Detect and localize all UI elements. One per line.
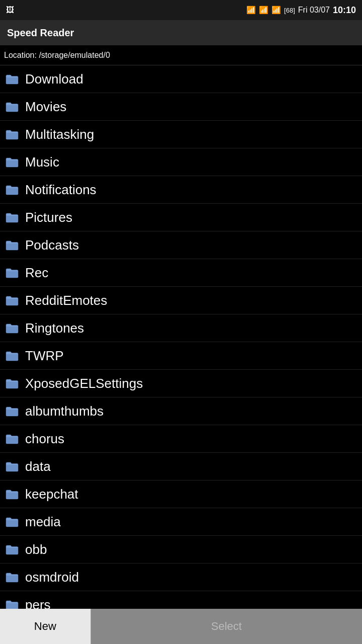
file-name-label: Rec xyxy=(25,265,48,281)
file-list[interactable]: Download Movies Multitasking Music Notif… xyxy=(0,65,362,609)
file-name-label: Pictures xyxy=(25,210,72,225)
list-item[interactable]: Movies xyxy=(0,93,362,121)
list-item[interactable]: XposedGELSettings xyxy=(0,370,362,397)
signal-icon: 📶 xyxy=(272,6,281,15)
file-name-label: Music xyxy=(25,154,59,170)
file-name-label: chorus xyxy=(25,431,64,447)
list-item[interactable]: data xyxy=(0,453,362,480)
list-item[interactable]: obb xyxy=(0,536,362,564)
file-name-label: Download xyxy=(25,71,83,87)
list-item[interactable]: Ringtones xyxy=(0,314,362,342)
list-item[interactable]: Pictures xyxy=(0,204,362,231)
status-bar: 🖼 📶 📶 📶 [68] Fri 03/07 10:10 xyxy=(0,0,362,20)
folder-icon xyxy=(5,184,19,195)
new-button[interactable]: New xyxy=(0,609,91,644)
folder-icon xyxy=(5,73,19,85)
folder-icon xyxy=(5,212,19,223)
select-button[interactable]: Select xyxy=(91,609,362,644)
folder-icon xyxy=(5,461,19,472)
status-bar-right: 📶 📶 📶 [68] Fri 03/07 10:10 xyxy=(246,5,356,16)
folder-icon xyxy=(5,378,19,389)
folder-icon xyxy=(5,156,19,168)
list-item[interactable]: RedditEmotes xyxy=(0,287,362,314)
folder-icon xyxy=(5,267,19,278)
file-name-label: XposedGELSettings xyxy=(25,376,143,391)
list-item[interactable]: Multitasking xyxy=(0,121,362,148)
file-name-label: media xyxy=(25,514,61,530)
folder-icon xyxy=(5,129,19,140)
folder-icon xyxy=(5,516,19,527)
folder-icon xyxy=(5,406,19,417)
folder-icon xyxy=(5,489,19,500)
file-name-label: RedditEmotes xyxy=(25,293,107,308)
list-item[interactable]: Music xyxy=(0,148,362,176)
list-item[interactable]: Notifications xyxy=(0,176,362,204)
folder-icon xyxy=(5,323,19,334)
battery-icon: [68] xyxy=(284,7,295,14)
folder-icon xyxy=(5,544,19,555)
list-item[interactable]: Podcasts xyxy=(0,231,362,259)
folder-icon xyxy=(5,433,19,444)
file-name-label: Notifications xyxy=(25,182,97,198)
file-name-label: data xyxy=(25,459,51,474)
list-item[interactable]: TWRP xyxy=(0,342,362,370)
status-time: 10:10 xyxy=(333,5,356,16)
file-name-label: keepchat xyxy=(25,487,78,502)
list-item[interactable]: Rec xyxy=(0,259,362,287)
folder-icon xyxy=(5,295,19,306)
file-name-label: Podcasts xyxy=(25,237,79,253)
folder-icon xyxy=(5,599,19,609)
folder-icon xyxy=(5,572,19,583)
file-name-label: albumthumbs xyxy=(25,404,104,419)
location-bar: Location: /storage/emulated/0 xyxy=(0,45,362,65)
file-name-label: TWRP xyxy=(25,348,64,364)
file-name-label: Ringtones xyxy=(25,320,84,336)
file-name-label: Multitasking xyxy=(25,127,94,142)
status-date: Fri 03/07 xyxy=(298,6,330,15)
list-item[interactable]: chorus xyxy=(0,425,362,453)
file-name-label: obb xyxy=(25,542,47,557)
list-item[interactable]: media xyxy=(0,508,362,536)
file-name-label: pers xyxy=(25,597,51,609)
location-path: Location: /storage/emulated/0 xyxy=(4,51,110,60)
bottom-bar: New Select xyxy=(0,609,362,644)
list-item[interactable]: osmdroid xyxy=(0,564,362,591)
wifi-icon: 📶 xyxy=(259,6,268,15)
list-item[interactable]: albumthumbs xyxy=(0,397,362,425)
folder-icon xyxy=(5,239,19,251)
bluetooth-icon: 📶 xyxy=(246,6,256,15)
file-name-label: osmdroid xyxy=(25,570,79,585)
folder-icon xyxy=(5,101,19,112)
title-bar: Speed Reader xyxy=(0,20,362,45)
list-item[interactable]: Download xyxy=(0,65,362,93)
folder-icon xyxy=(5,350,19,361)
app-title: Speed Reader xyxy=(7,27,74,39)
image-icon: 🖼 xyxy=(6,6,14,15)
file-name-label: Movies xyxy=(25,99,66,115)
list-item[interactable]: pers xyxy=(0,591,362,609)
list-item[interactable]: keepchat xyxy=(0,480,362,508)
status-bar-left: 🖼 xyxy=(6,6,14,15)
